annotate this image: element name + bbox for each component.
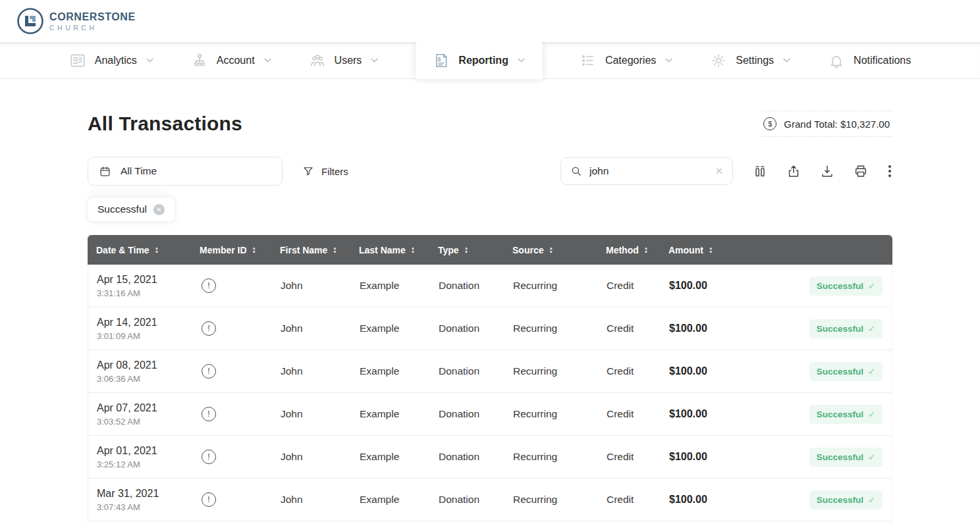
cell-last-name: Example: [351, 408, 430, 420]
kebab-menu-icon[interactable]: [887, 164, 892, 178]
nav-item-label: Account: [217, 55, 255, 66]
table-row[interactable]: Mar 31, 2021 3:07:43 AM ! John Example D…: [88, 479, 892, 521]
nav-item-analytics[interactable]: Analytics: [69, 52, 154, 69]
cell-first-name: John: [272, 365, 351, 377]
dollar-glyph: $: [438, 55, 441, 62]
share-icon[interactable]: [786, 164, 801, 178]
brand-logo[interactable]: CORNERSTONE CHURCH: [16, 7, 136, 36]
search-input[interactable]: [589, 165, 707, 177]
check-icon: ✓: [868, 324, 875, 334]
sort-icon: ▲▼: [549, 246, 553, 253]
nav-item-users[interactable]: Users: [309, 52, 379, 69]
sort-down-icon: ▼: [464, 250, 468, 253]
grand-total: $ Grand Total: $10,327.00: [761, 111, 892, 137]
sort-down-icon: ▼: [709, 250, 713, 253]
table-row[interactable]: Apr 08, 2021 3:06:36 AM ! John Example D…: [88, 350, 892, 393]
account-icon: [191, 52, 208, 69]
sort-icon: ▲▼: [709, 246, 713, 253]
date-range-selector[interactable]: All Time: [88, 157, 283, 186]
cell-member-id: !: [192, 407, 272, 421]
alert-circle-icon[interactable]: !: [202, 407, 216, 421]
transaction-date: Apr 14, 2021: [97, 317, 192, 328]
filters-button[interactable]: Filters: [302, 165, 348, 177]
cell-first-name: John: [272, 451, 351, 463]
alert-circle-icon[interactable]: !: [202, 278, 216, 293]
table-row[interactable]: Apr 01, 2021 3:25:12 AM ! John Example D…: [88, 436, 892, 479]
cell-method: Credit: [598, 451, 661, 463]
exclamation-glyph: !: [207, 367, 209, 376]
column-header-first-name[interactable]: First Name ▲▼: [271, 245, 350, 255]
table-row[interactable]: Apr 14, 2021 3:01:09 AM ! John Example D…: [88, 307, 892, 350]
column-header-source[interactable]: Source ▲▼: [504, 245, 597, 255]
cell-method: Credit: [598, 323, 661, 334]
sort-down-icon: ▼: [411, 250, 415, 253]
analytics-icon: [69, 52, 86, 69]
column-settings-icon[interactable]: [753, 164, 767, 178]
search-icon: [570, 165, 582, 177]
column-label: Amount: [668, 245, 703, 255]
cell-date-time: Apr 01, 2021 3:25:12 AM: [88, 445, 192, 469]
filters-label: Filters: [321, 166, 348, 177]
column-header-method[interactable]: Method ▲▼: [597, 245, 660, 255]
download-icon[interactable]: [820, 164, 834, 178]
cell-amount: $100.00: [661, 365, 745, 377]
status-badge: Successful ✓: [809, 319, 883, 338]
alert-circle-icon[interactable]: !: [202, 450, 216, 464]
column-header-date-time[interactable]: Date & Time ▲▼: [88, 245, 191, 255]
column-label: Source: [512, 245, 543, 255]
remove-chip-icon[interactable]: ✕: [153, 204, 165, 215]
calendar-icon: [99, 165, 111, 178]
chevron-down-icon: [665, 57, 673, 63]
cell-date-time: Mar 31, 2021 3:07:43 AM: [88, 488, 192, 512]
column-header-last-name[interactable]: Last Name ▲▼: [350, 245, 429, 255]
cell-first-name: John: [272, 408, 351, 420]
status-label: Successful: [817, 281, 863, 291]
nav-item-reporting[interactable]: $ Reporting: [416, 42, 543, 79]
cell-source: Recurring: [504, 494, 598, 506]
cell-date-time: Apr 07, 2021 3:03:52 AM: [88, 402, 192, 427]
sort-icon: ▲▼: [464, 246, 468, 253]
nav-item-notifications[interactable]: Notifications: [828, 52, 911, 69]
transaction-date: Apr 08, 2021: [97, 359, 192, 371]
cell-member-id: !: [192, 364, 272, 379]
cell-status: Successful ✓: [745, 405, 892, 424]
cell-type: Donation: [430, 280, 504, 292]
table-row[interactable]: Apr 15, 2021 3:31:16 AM ! John Example D…: [88, 265, 892, 307]
print-icon[interactable]: [854, 164, 868, 178]
nav-item-categories[interactable]: Categories: [580, 52, 673, 69]
alert-circle-icon[interactable]: !: [202, 321, 216, 336]
column-header-amount[interactable]: Amount ▲▼: [660, 245, 744, 255]
date-range-value: All Time: [121, 165, 157, 177]
search-clear-icon[interactable]: ✕: [715, 165, 723, 177]
column-label: Member ID: [200, 245, 247, 255]
nav-item-account[interactable]: Account: [191, 52, 272, 69]
table-body: Apr 15, 2021 3:31:16 AM ! John Example D…: [88, 265, 892, 524]
column-header-type[interactable]: Type ▲▼: [429, 245, 504, 255]
cell-method: Credit: [598, 365, 661, 377]
filter-chip-successful[interactable]: Successful ✕: [88, 197, 175, 221]
cell-amount: $100.00: [661, 280, 745, 292]
table-row[interactable]: Apr 07, 2021 3:03:52 AM ! John Example D…: [88, 393, 892, 436]
column-header-member-id[interactable]: Member ID ▲▼: [191, 245, 271, 255]
cell-first-name: John: [272, 280, 351, 292]
transaction-date: Mar 31, 2021: [97, 488, 192, 500]
nav-item-settings[interactable]: Settings: [710, 52, 791, 69]
status-label: Successful: [817, 452, 863, 462]
status-label: Successful: [817, 324, 863, 334]
sort-icon: ▲▼: [252, 246, 256, 253]
sort-icon: ▲▼: [411, 246, 415, 253]
status-badge: Successful ✓: [809, 276, 883, 296]
check-icon: ✓: [868, 452, 875, 462]
alert-circle-icon[interactable]: !: [202, 364, 216, 379]
search-box: ✕: [560, 157, 733, 185]
cell-method: Credit: [598, 280, 661, 292]
cell-amount: $100.00: [661, 494, 745, 506]
table-action-buttons: [753, 164, 892, 178]
toolbar: All Time Filters ✕: [88, 157, 892, 186]
alert-circle-icon[interactable]: !: [202, 492, 216, 507]
nav-item-label: Analytics: [95, 55, 137, 66]
cell-source: Recurring: [504, 408, 598, 420]
cell-status: Successful ✓: [745, 448, 892, 467]
dollar-glyph: $: [768, 120, 772, 128]
cell-type: Donation: [430, 451, 504, 463]
